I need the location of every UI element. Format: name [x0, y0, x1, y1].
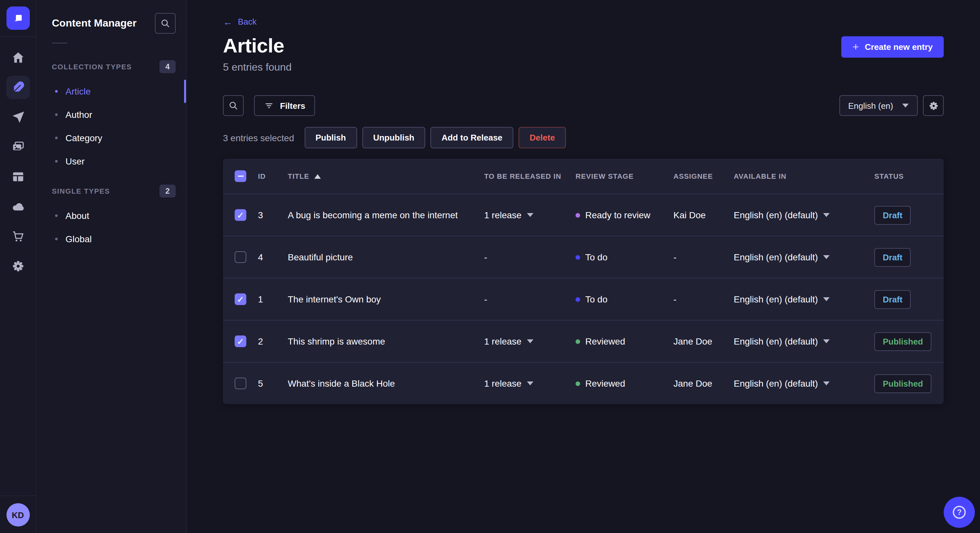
search-icon: [160, 18, 170, 29]
locale-select[interactable]: English (en): [839, 95, 918, 116]
sidebar-item-category[interactable]: Category: [36, 126, 186, 150]
header-id[interactable]: ID: [258, 172, 285, 180]
create-new-entry-button[interactable]: + Create new entry: [842, 36, 944, 58]
sidebar-item-article[interactable]: Article: [36, 80, 186, 103]
delete-button[interactable]: Delete: [519, 127, 566, 148]
available-in-cell[interactable]: English (en) (default): [734, 378, 874, 389]
chevron-down-icon: [823, 255, 830, 259]
back-label: Back: [238, 17, 257, 27]
list-search-button[interactable]: [223, 95, 244, 116]
release-cell[interactable]: -: [484, 294, 576, 305]
select-all-checkbox[interactable]: [235, 170, 246, 182]
sidebar-item-user[interactable]: User: [36, 150, 186, 173]
header-review-stage: REVIEW STAGE: [576, 172, 673, 180]
subnav-search-button[interactable]: [155, 13, 176, 34]
strapi-logo[interactable]: [6, 6, 30, 30]
sidebar-item-label: Author: [65, 109, 92, 120]
help-button[interactable]: ?: [944, 497, 975, 528]
back-arrow-icon: ←: [223, 17, 233, 27]
bullet-icon: [55, 214, 58, 217]
status-cell: Published: [874, 332, 932, 351]
row-checkbox[interactable]: [235, 251, 246, 263]
id-cell: 3: [258, 210, 285, 220]
strapi-logo-icon: [11, 12, 24, 25]
review-stage-cell: To do: [576, 294, 673, 305]
sidebar-item-author[interactable]: Author: [36, 103, 186, 126]
table-row[interactable]: 4 Beautiful picture - To do - English (e…: [223, 236, 944, 278]
id-cell: 2: [258, 336, 285, 346]
table-row[interactable]: 2 This shrimp is awesome 1 release Revie…: [223, 320, 944, 362]
header-title[interactable]: TITLE: [285, 172, 484, 180]
marketplace-icon[interactable]: [6, 225, 30, 248]
view-settings-button[interactable]: [923, 95, 944, 116]
row-checkbox[interactable]: [235, 335, 246, 347]
row-checkbox[interactable]: [235, 293, 246, 305]
media-library-icon[interactable]: [6, 135, 30, 159]
bullet-icon: [55, 160, 58, 163]
unpublish-button[interactable]: Unpublish: [362, 127, 425, 148]
title-cell: What's inside a Black Hole: [285, 378, 484, 389]
review-stage-cell: Ready to review: [576, 210, 673, 220]
id-cell: 5: [258, 378, 285, 389]
gear-icon: [928, 100, 939, 111]
subnav-divider: [52, 43, 67, 43]
assignee-cell: -: [673, 252, 734, 262]
add-to-release-button[interactable]: Add to Release: [430, 127, 513, 148]
release-cell[interactable]: -: [484, 252, 576, 262]
review-stage-dot: [576, 213, 580, 217]
deploy-icon[interactable]: [6, 195, 30, 218]
available-in-cell[interactable]: English (en) (default): [734, 336, 874, 346]
assignee-cell: -: [673, 294, 734, 305]
row-checkbox[interactable]: [235, 209, 246, 221]
release-cell[interactable]: 1 release: [484, 210, 576, 220]
status-cell: Draft: [874, 290, 932, 309]
publish-button[interactable]: Publish: [304, 127, 357, 148]
sidebar-item-about[interactable]: About: [36, 204, 186, 227]
entries-count-subtitle: 5 entries found: [223, 62, 944, 73]
filters-button[interactable]: Filters: [254, 95, 315, 116]
available-in-cell[interactable]: English (en) (default): [734, 210, 874, 220]
row-checkbox[interactable]: [235, 378, 246, 389]
content-manager-icon[interactable]: [6, 76, 30, 99]
releases-icon[interactable]: [6, 106, 30, 129]
plus-icon: +: [853, 41, 859, 52]
single-types-section: SINGLE TYPES 2 About Global: [36, 185, 186, 251]
question-mark-icon: ?: [953, 506, 966, 519]
assignee-cell: Jane Doe: [673, 378, 734, 389]
review-stage-cell: Reviewed: [576, 336, 673, 346]
user-avatar[interactable]: KD: [6, 503, 30, 527]
sort-ascending-icon: [314, 174, 321, 178]
filter-icon: [264, 100, 274, 111]
title-cell: This shrimp is awesome: [285, 336, 484, 346]
status-badge: Draft: [874, 206, 911, 224]
sidebar-item-global[interactable]: Global: [36, 227, 186, 251]
table-row[interactable]: 5 What's inside a Black Hole 1 release R…: [223, 362, 944, 404]
header-to-be-released-in: TO BE RELEASED IN: [484, 172, 576, 180]
settings-icon[interactable]: [6, 254, 30, 278]
table-header-row: ID TITLE TO BE RELEASED IN REVIEW STAGE …: [223, 159, 944, 194]
release-cell[interactable]: 1 release: [484, 378, 576, 389]
home-icon[interactable]: [6, 46, 30, 69]
chevron-down-icon: [823, 297, 830, 301]
table-row[interactable]: 1 The internet's Own boy - To do - Engli…: [223, 278, 944, 320]
active-indicator-bar: [184, 80, 186, 103]
content-type-builder-icon[interactable]: [6, 165, 30, 189]
main-content: ← Back Article + Create new entry 5 entr…: [187, 0, 980, 533]
table-row[interactable]: 3 A bug is becoming a meme on the intern…: [223, 194, 944, 236]
status-badge: Draft: [874, 290, 911, 309]
search-icon: [228, 100, 239, 111]
available-in-cell[interactable]: English (en) (default): [734, 252, 874, 262]
icon-rail: KD: [0, 0, 36, 533]
review-stage-dot: [576, 297, 580, 301]
title-cell: The internet's Own boy: [285, 294, 484, 305]
back-link[interactable]: ← Back: [223, 17, 257, 27]
sidebar-item-label: Global: [65, 234, 92, 244]
collection-types-count-badge: 4: [159, 60, 176, 73]
status-badge: Published: [874, 374, 931, 393]
header-available-in: AVAILABLE IN: [734, 172, 874, 180]
status-cell: Published: [874, 374, 932, 393]
id-cell: 1: [258, 294, 285, 305]
release-cell[interactable]: 1 release: [484, 336, 576, 346]
bullet-icon: [55, 136, 58, 139]
available-in-cell[interactable]: English (en) (default): [734, 294, 874, 305]
